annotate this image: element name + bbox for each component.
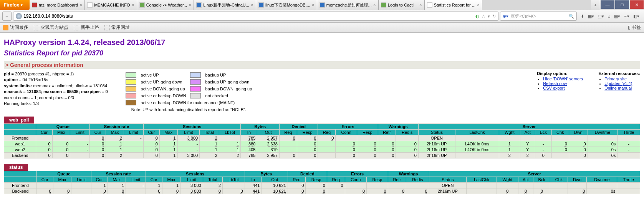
tab-strip: mz_mon: Dashboard×MEMCACHE INFO×Console … bbox=[30, 0, 591, 10]
browser-tab[interactable]: Statistics Report for ...× bbox=[425, 0, 482, 10]
url-input[interactable] bbox=[23, 13, 474, 19]
col-header: Act bbox=[518, 177, 533, 183]
favicon-icon bbox=[258, 2, 264, 8]
col-header: In bbox=[245, 177, 262, 183]
addon-icon-1[interactable]: ▦▾ bbox=[588, 14, 594, 19]
stat-cell: 1 bbox=[219, 147, 241, 153]
stat-cell: 0 bbox=[396, 153, 418, 158]
stat-cell: 0 bbox=[569, 141, 588, 147]
maximize-button[interactable]: □ bbox=[615, 0, 629, 9]
col-header: Conn bbox=[336, 130, 357, 135]
row-name[interactable]: Frontend bbox=[4, 183, 37, 188]
close-tab-icon[interactable]: × bbox=[477, 2, 480, 8]
col-header: Cur bbox=[143, 130, 159, 135]
close-window-button[interactable]: ✕ bbox=[630, 0, 644, 9]
stat-cell bbox=[318, 141, 336, 147]
stat-cell: 0 bbox=[288, 183, 306, 188]
stat-cell bbox=[499, 135, 520, 141]
col-header: LastChk bbox=[455, 130, 499, 135]
stat-cell: 1 bbox=[499, 141, 520, 147]
back-button[interactable]: ← bbox=[2, 12, 12, 21]
proxy-name[interactable]: status bbox=[4, 164, 28, 171]
feeds-icon[interactable]: ▤▾ bbox=[614, 14, 620, 19]
url-bar[interactable]: ◐ ☆ ▾ ↻ bbox=[13, 12, 498, 21]
display-option-link[interactable]: Refresh now bbox=[543, 81, 567, 86]
row-name[interactable]: Backend bbox=[4, 188, 37, 194]
browser-tab[interactable]: MEMCACHE INFO× bbox=[85, 0, 137, 10]
stat-cell: 0s bbox=[587, 188, 617, 194]
bookmark-item[interactable]: 新手上路 bbox=[74, 24, 99, 31]
row-name[interactable]: web1 bbox=[4, 141, 36, 147]
row-name[interactable]: web2 bbox=[4, 147, 36, 153]
dropdown-icon[interactable]: ▾ bbox=[488, 14, 490, 19]
bookmark-star-icon[interactable]: ☆ bbox=[482, 14, 485, 19]
display-option-link[interactable]: Hide 'DOWN' servers bbox=[543, 77, 583, 81]
browser-tab[interactable]: Linux新手园地-ChinaU...× bbox=[194, 0, 256, 10]
legend-swatch bbox=[190, 72, 201, 78]
stat-cell: 1 bbox=[106, 141, 124, 147]
browser-tab[interactable]: linux下安装MongoDB,...× bbox=[256, 0, 317, 10]
legend-swatch bbox=[126, 72, 136, 78]
display-option-link[interactable]: CSV export bbox=[543, 86, 565, 90]
titlebar: Firefox mz_mon: Dashboard×MEMCACHE INFO×… bbox=[0, 0, 644, 10]
sidebar-icon[interactable]: ◧▾ bbox=[633, 14, 639, 19]
stat-cell bbox=[497, 183, 518, 188]
most-visited[interactable]: 访问最多 bbox=[3, 24, 28, 31]
stat-cell: 0 bbox=[143, 153, 159, 158]
stat-cell: 0 bbox=[388, 188, 406, 194]
downloads-icon[interactable]: ⬇ bbox=[581, 14, 584, 19]
stat-cell bbox=[367, 183, 388, 188]
tab-label: Login to Cacti bbox=[388, 3, 418, 7]
tabs-icon[interactable]: ▫▫▾ bbox=[624, 14, 629, 19]
col-header: Limit bbox=[177, 130, 199, 135]
stat-cell: 0 bbox=[569, 147, 588, 153]
close-tab-icon[interactable]: × bbox=[189, 2, 191, 8]
stat-cell: 10 621 bbox=[262, 183, 288, 188]
search-go-icon[interactable]: 🔍 bbox=[569, 14, 574, 19]
search-engine-icon[interactable]: ⊕▾ bbox=[503, 14, 508, 19]
stat-cell: 0 bbox=[223, 188, 245, 194]
stat-cell bbox=[550, 188, 568, 194]
stat-cell: 1 bbox=[91, 183, 108, 188]
minimize-button[interactable]: — bbox=[601, 0, 614, 9]
browser-tab[interactable]: Login to Cacti× bbox=[379, 0, 425, 10]
close-tab-icon[interactable]: × bbox=[373, 2, 376, 8]
firefox-menu-button[interactable]: Firefox bbox=[0, 0, 30, 10]
col-header: Bck bbox=[535, 130, 551, 135]
col-header: Limit bbox=[71, 177, 91, 183]
browser-tab[interactable]: Console -> Weather...× bbox=[137, 0, 194, 10]
col-header: Resp bbox=[297, 130, 318, 135]
stat-cell: 0 bbox=[497, 188, 518, 194]
section-header: General process information bbox=[4, 61, 640, 69]
external-link[interactable]: Primary site bbox=[604, 77, 627, 81]
reload-icon[interactable]: ↻ bbox=[492, 14, 496, 19]
browser-tab[interactable]: memcache是如何处理...× bbox=[317, 0, 379, 10]
close-tab-icon[interactable]: × bbox=[312, 2, 315, 8]
feed-icon[interactable]: ◐ bbox=[475, 14, 479, 19]
row-name[interactable]: Backend bbox=[4, 153, 36, 158]
close-tab-icon[interactable]: × bbox=[419, 2, 422, 8]
col-header: Req bbox=[279, 130, 297, 135]
legend-label: backup UP bbox=[204, 72, 254, 78]
external-link[interactable]: Updates (v1.4) bbox=[604, 81, 632, 86]
stat-cell: 0 bbox=[52, 141, 70, 147]
close-tab-icon[interactable]: × bbox=[251, 2, 253, 8]
col-header: Max bbox=[106, 130, 124, 135]
close-tab-icon[interactable]: × bbox=[79, 2, 82, 8]
addon-icon-2[interactable]: ⬚▾ bbox=[598, 14, 604, 19]
new-tab-button[interactable]: + bbox=[591, 0, 600, 10]
close-tab-icon[interactable]: × bbox=[132, 2, 134, 8]
favicon-icon bbox=[87, 2, 93, 8]
proxy-name[interactable]: web_poll bbox=[4, 117, 34, 123]
search-bar[interactable]: ⊕▾ 百度 <Ctrl+K> 🔍 bbox=[500, 12, 577, 21]
bookmark-item[interactable]: 火狐官方站点 bbox=[34, 24, 68, 31]
bookmark-item[interactable]: 常用网址 bbox=[104, 24, 130, 31]
row-name[interactable]: Frontend bbox=[4, 135, 36, 141]
external-link[interactable]: Online manual bbox=[604, 86, 632, 90]
browser-tab[interactable]: mz_mon: Dashboard× bbox=[30, 0, 85, 10]
home-icon[interactable]: ⌂ bbox=[608, 14, 611, 19]
bookmarks-menu[interactable]: ▯ 书签 bbox=[628, 24, 641, 31]
folder-icon bbox=[3, 25, 8, 30]
stat-cell: 0 bbox=[279, 135, 297, 141]
col-group-header: Sessions bbox=[143, 124, 241, 130]
